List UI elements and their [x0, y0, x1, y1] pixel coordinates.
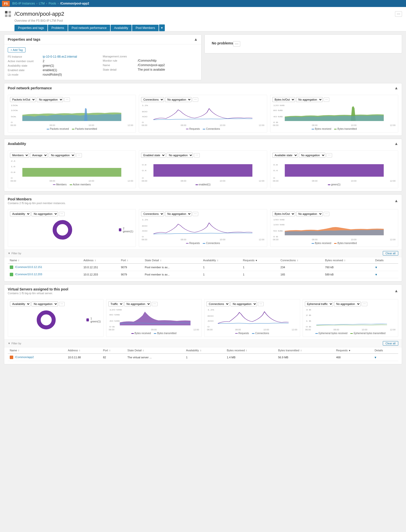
vs-col-bytes-recv[interactable]: Bytes received ⇕: [225, 347, 276, 354]
pm-bytes-select[interactable]: Bytes In/Out: [272, 211, 295, 216]
available-chart-more-button[interactable]: ⋯: [326, 153, 332, 157]
brand-logo: F5: [2, 1, 10, 6]
properties-collapse-button[interactable]: ▲: [194, 37, 198, 42]
breadcrumb-pools[interactable]: Pools: [47, 2, 58, 5]
page-more-button[interactable]: ⋯: [395, 11, 402, 17]
available-agg-select[interactable]: No aggregation: [299, 153, 325, 158]
pm-connections-agg-select[interactable]: No aggregation: [165, 211, 192, 216]
pm-availability-more-button[interactable]: ⋯: [59, 212, 65, 216]
tab-pool-members[interactable]: Pool Members: [132, 25, 158, 31]
pm-availability-agg-select[interactable]: No aggregation: [31, 211, 58, 216]
pm-connections-more-button[interactable]: ⋯: [193, 212, 198, 216]
tab-more-button[interactable]: ▾: [159, 24, 165, 31]
pool-members-collapse-button[interactable]: ▲: [394, 199, 398, 203]
pm-row2-expand-button[interactable]: ▾: [375, 272, 377, 276]
available-state-chart-select[interactable]: Available state: [272, 153, 298, 158]
bytes-chart-select[interactable]: Bytes In/Out: [272, 97, 295, 102]
vs-availability-more-button[interactable]: ⋯: [59, 302, 65, 306]
connections-aggregation-select[interactable]: No aggregation: [165, 97, 192, 102]
pm-row1-requests: 1: [241, 264, 279, 271]
vs-connections-more-button[interactable]: ⋯: [258, 302, 264, 306]
vs-ephemeral-select[interactable]: Ephemeral traffic: [305, 301, 333, 306]
members-avg-select[interactable]: Average: [30, 153, 48, 158]
tab-problems[interactable]: Problems: [48, 25, 68, 31]
pm-row1-expand-button[interactable]: ▾: [375, 265, 377, 269]
state-sort-icon: ⇕: [160, 259, 162, 262]
tab-properties-tags[interactable]: Properties and tags: [14, 25, 47, 31]
page-tabs: Properties and tags Problems Pool networ…: [14, 24, 402, 31]
pm-col-connections[interactable]: Connections ⇕: [278, 257, 323, 264]
vs-row1-address: 10.0.11.88: [66, 354, 101, 361]
vs-col-availability[interactable]: Availability ⇕: [184, 347, 225, 354]
vs-traffic-agg-select[interactable]: No aggregation: [124, 301, 151, 306]
vs-col-requests[interactable]: Requests ▼: [334, 347, 373, 354]
vs-traffic-select[interactable]: Traffic: [108, 301, 123, 306]
vs-row1-expand-button[interactable]: ▾: [375, 355, 376, 359]
tab-pool-network-performance[interactable]: Pool network performance: [68, 25, 110, 31]
connections-chart-select[interactable]: Connections: [141, 97, 164, 102]
enabled-state-chart-select[interactable]: Enabled state: [141, 153, 166, 158]
add-tag-button[interactable]: Add Tag: [8, 47, 25, 52]
pm-row2-icon: [10, 273, 13, 276]
pm-clear-all-button[interactable]: Clear all: [383, 251, 398, 256]
vs-col-state[interactable]: State Detail ⇕: [125, 347, 184, 354]
pm-col-address[interactable]: Address ⇕: [81, 257, 119, 264]
svg-text:0.8: 0.8: [273, 164, 278, 166]
pm-row1-name-link[interactable]: /Common/10.0.12.151: [15, 266, 42, 268]
vs-availability-agg-select[interactable]: No aggregation: [31, 301, 58, 306]
table-row: /Common/10.0.12.151 10.0.12.151 9079 Poo…: [8, 264, 398, 271]
vs-clear-all-button[interactable]: Clear all: [383, 341, 398, 346]
pm-row2-name-link[interactable]: /Common/10.0.12.203: [15, 273, 42, 276]
bytes-chart-more-button[interactable]: ⋯: [324, 98, 329, 102]
members-agg-select[interactable]: No aggregation: [49, 153, 75, 158]
bytes-aggregation-select[interactable]: No aggregation: [296, 97, 323, 102]
tab-availability[interactable]: Availability: [111, 25, 132, 31]
vs-row1-name: /Common/app2: [8, 354, 66, 361]
members-chart-select[interactable]: Members: [10, 153, 29, 158]
vs-ephemeral-agg-select[interactable]: No aggregation: [334, 301, 361, 306]
prop-enabled-state: Enabled state enabled(1): [8, 68, 103, 72]
pm-col-state[interactable]: State Detail ⇕: [143, 257, 201, 264]
availability-collapse-button[interactable]: ▲: [394, 141, 398, 146]
svg-text:100 MB: 100 MB: [273, 224, 284, 226]
pm-col-name[interactable]: Name ⇕: [8, 257, 81, 264]
legend-ephemeral-trans: Ephemeral bytes transmitted: [350, 332, 385, 335]
vs-availability-select[interactable]: Availability: [10, 301, 30, 306]
pm-col-bytes[interactable]: Bytes received ⇕: [323, 257, 373, 264]
pm-bytes-agg-select[interactable]: No aggregation: [296, 211, 323, 216]
packets-chart-more-button[interactable]: ⋯: [64, 98, 70, 102]
vs-connections-select[interactable]: Connections: [206, 301, 229, 306]
svg-text:0.4: 0.4: [273, 169, 278, 172]
prop-f5-instance-value[interactable]: ip-10-0-11-88.ec2.internal: [43, 55, 77, 58]
pm-col-requests[interactable]: Requests ▼: [241, 257, 279, 264]
enabled-agg-select[interactable]: No aggregation: [167, 153, 193, 158]
vs-col-name[interactable]: Name ⇕: [8, 347, 66, 354]
pool-network-collapse-button[interactable]: ▲: [394, 86, 398, 90]
pm-availability-select[interactable]: Availability: [10, 211, 30, 216]
vs-col-bytes-trans[interactable]: Bytes transmitted ⇕: [276, 347, 334, 354]
connections-chart-more-button[interactable]: ⋯: [193, 98, 198, 102]
vs-row1-name-link[interactable]: /Common/app2: [15, 356, 34, 359]
pm-col-port[interactable]: Port ⇕: [119, 257, 143, 264]
available-legend: green(1): [272, 183, 396, 186]
vs-col-port[interactable]: Port ⇕: [101, 347, 126, 354]
breadcrumb-bigip[interactable]: BIG-IP Instances: [11, 2, 36, 5]
breadcrumb-ltm[interactable]: LTM: [37, 2, 46, 5]
pm-connections-select[interactable]: Connections: [141, 211, 164, 216]
vs-ephemeral-more-button[interactable]: ⋯: [362, 302, 367, 306]
pm-col-availability[interactable]: Availability ⇕: [201, 257, 241, 264]
pm-bytes-more-button[interactable]: ⋯: [324, 212, 329, 216]
pool-network-title: Pool network performance: [8, 86, 52, 90]
members-chart-more-button[interactable]: ⋯: [76, 153, 82, 157]
vs-collapse-button[interactable]: ▲: [394, 289, 398, 293]
pm-row1-name: /Common/10.0.12.151: [8, 264, 81, 271]
vs-connections-agg-select[interactable]: No aggregation: [230, 301, 257, 306]
vs-col-address[interactable]: Address ⇕: [66, 347, 101, 354]
no-problems-more-button[interactable]: ⋯: [233, 41, 240, 47]
packets-chart-select[interactable]: Packets In/Out: [10, 97, 36, 102]
enabled-chart-more-button[interactable]: ⋯: [194, 153, 200, 157]
prop-active-count-label: Active member count: [8, 60, 43, 63]
vs-traffic-more-button[interactable]: ⋯: [152, 302, 158, 306]
packets-aggregation-select[interactable]: No aggregation: [37, 97, 63, 102]
prop-availability-state: Availability state green(1): [8, 63, 103, 68]
